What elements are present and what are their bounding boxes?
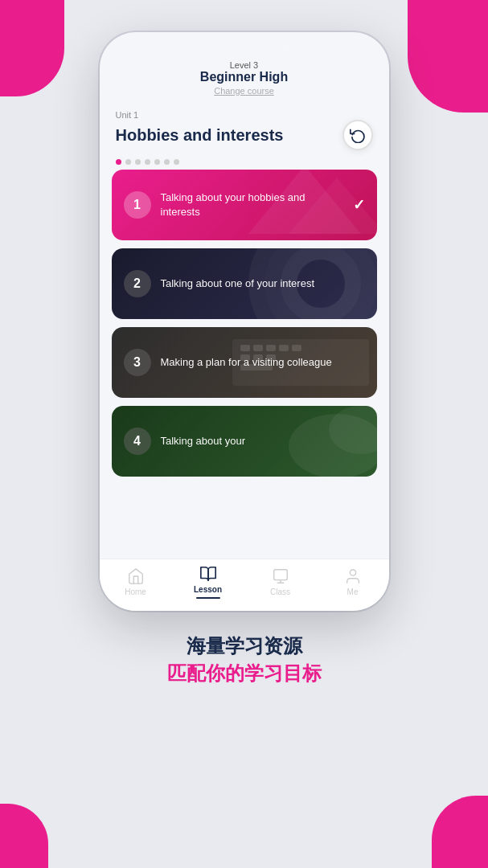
unit-title: Hobbies and interests [116,126,284,145]
header: Level 3 Beginner High Change course [100,52,389,102]
lesson-text-2: Talking about one of your interest [161,276,365,291]
lesson-list: 1 Talking about your hobbies and interes… [100,170,389,559]
progress-dots [100,154,389,170]
nav-class[interactable]: Class [260,567,301,596]
unit-section: Unit 1 Hobbies and interests [100,102,389,154]
corner-decoration-top-left [0,0,64,96]
lesson-number-3: 3 [124,349,151,376]
corner-decoration-top-right [408,0,488,113]
book-icon [199,565,217,583]
lesson-card-4[interactable]: 4 Talking about your [112,406,377,477]
dot-5[interactable] [154,159,160,165]
nav-lesson[interactable]: Lesson [188,565,228,599]
nav-me[interactable]: Me [333,567,373,596]
dot-6[interactable] [164,159,170,165]
nav-me-label: Me [347,588,359,596]
change-course-link[interactable]: Change course [116,86,373,96]
bottom-navigation: Home Lesson Class [100,559,389,611]
level-label: Level 3 [116,60,373,70]
nav-class-label: Class [270,588,290,596]
refresh-icon [350,127,366,143]
unit-label: Unit 1 [116,110,373,120]
nav-lesson-label: Lesson [194,585,222,594]
home-icon [127,567,145,585]
svg-point-21 [350,570,355,575]
lesson-text-4: Talking about your [161,434,365,448]
lesson-card-3[interactable]: 3 Making a plan for a visiting colleague [112,327,377,398]
dot-4[interactable] [145,159,150,165]
level-title: Beginner High [116,70,373,84]
person-icon [344,567,362,585]
nav-active-indicator [196,597,220,599]
phone-mockup: Level 3 Beginner High Change course Unit… [100,32,389,611]
dot-3[interactable] [135,159,141,165]
phone-notch [196,32,293,48]
promo-line-1: 海量学习资源 [167,633,322,659]
dot-7[interactable] [174,159,179,165]
bottom-promo-text: 海量学习资源 匹配你的学习目标 [167,633,322,686]
promo-line-2: 匹配你的学习目标 [167,661,322,686]
lesson-number-2: 2 [124,270,151,297]
lesson-text-1: Talking about your hobbies and interests [161,190,343,219]
nav-home-label: Home [125,588,146,596]
dot-2[interactable] [125,159,131,165]
class-icon [272,567,289,585]
svg-rect-18 [273,570,287,580]
refresh-button[interactable] [342,120,373,150]
lesson-number-1: 1 [124,191,151,219]
corner-decoration-bottom-left [0,804,48,868]
lesson-number-4: 4 [124,428,151,455]
lesson-text-3: Making a plan for a visiting colleague [161,355,365,370]
dot-1[interactable] [116,159,121,165]
nav-home[interactable]: Home [116,567,156,596]
lesson-card-2[interactable]: 2 Talking about one of your interest [112,248,377,319]
check-icon-1: ✓ [353,196,365,214]
lesson-card-1[interactable]: 1 Talking about your hobbies and interes… [112,170,377,240]
corner-decoration-bottom-right [432,796,488,868]
